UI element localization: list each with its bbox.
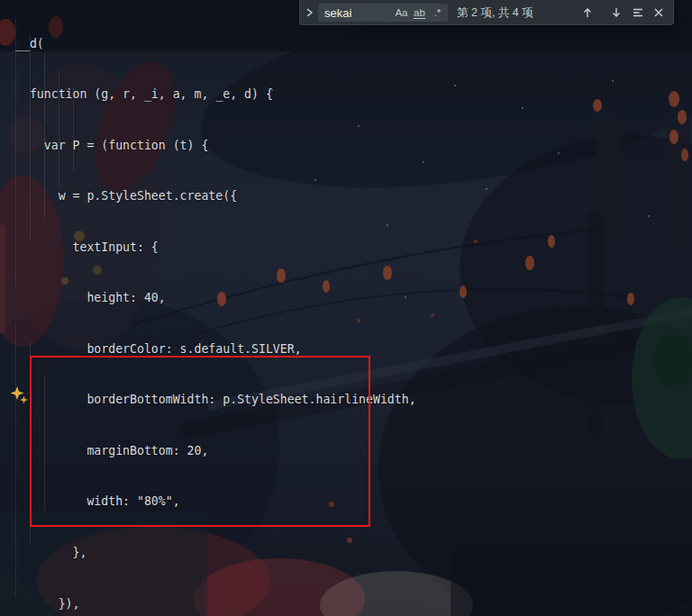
code-line[interactable]: marginBottom: 20,: [15, 443, 587, 460]
code-line[interactable]: textInput: {: [15, 240, 587, 257]
code-editor[interactable]: __d( function (g, r, _i, a, m, _e, d) { …: [15, 2, 587, 616]
close-find-widget-button[interactable]: [649, 3, 669, 23]
code-line[interactable]: var P = (function (t) {: [15, 138, 587, 155]
code-line[interactable]: function (g, r, _i, a, m, _e, d) {: [15, 86, 587, 104]
find-in-selection-button[interactable]: [628, 3, 648, 23]
arrow-up-icon: [581, 6, 594, 19]
code-line[interactable]: borderBottomWidth: p.StyleSheet.hairline…: [15, 392, 587, 409]
code-line[interactable]: height: 40,: [15, 290, 587, 307]
arrow-down-icon: [610, 6, 623, 19]
find-widget: Aa ab .* 第 2 项, 共 4 项: [299, 0, 674, 25]
match-case-toggle[interactable]: Aa: [394, 5, 409, 21]
find-selection-icon: [632, 6, 644, 19]
code-line[interactable]: }),: [15, 596, 587, 613]
code-line[interactable]: borderColor: s.default.SILVER,: [15, 341, 587, 358]
close-icon: [652, 6, 665, 19]
next-match-button[interactable]: [606, 3, 626, 23]
find-match-status: 第 2 项, 共 4 项: [457, 0, 533, 25]
code-line[interactable]: },: [15, 545, 587, 562]
chevron-right-icon: [303, 6, 315, 19]
regex-toggle[interactable]: .*: [430, 5, 445, 21]
ai-sparkle-icon[interactable]: [10, 385, 30, 405]
whole-word-label: ab: [414, 7, 425, 19]
find-input-wrapper: Aa ab .*: [318, 4, 448, 22]
toggle-replace-button[interactable]: [301, 3, 317, 23]
previous-match-button[interactable]: [578, 3, 597, 23]
code-line[interactable]: w = p.StyleSheet.create({: [15, 188, 587, 205]
code-line[interactable]: __d(: [15, 36, 587, 53]
code-line[interactable]: width: "80%",: [15, 494, 587, 511]
whole-word-toggle[interactable]: ab: [412, 5, 427, 21]
